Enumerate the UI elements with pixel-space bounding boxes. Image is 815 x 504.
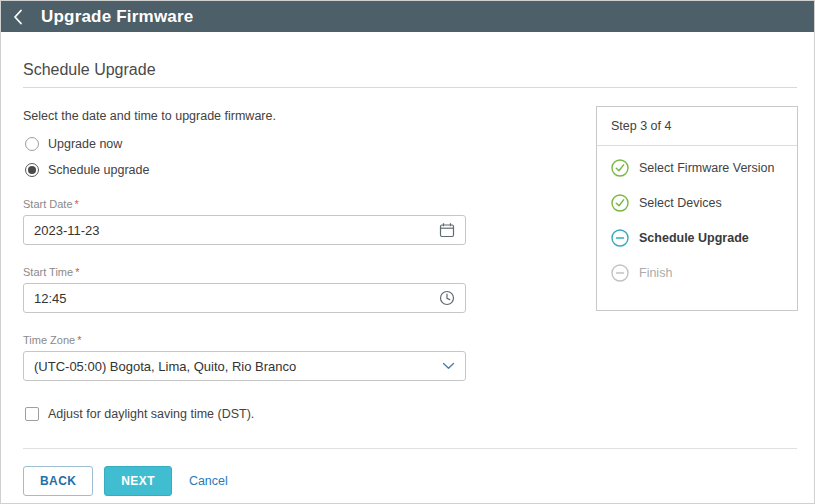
wizard-step-list: Select Firmware Version Select Devices: [597, 146, 797, 310]
clock-icon[interactable]: [439, 290, 455, 306]
step-label: Select Devices: [639, 195, 722, 212]
radio-schedule-upgrade[interactable]: Schedule upgrade: [25, 163, 149, 177]
app-header: Upgrade Firmware: [1, 1, 814, 32]
step-done-check-icon: [611, 159, 629, 181]
next-button[interactable]: NEXT: [104, 466, 172, 496]
wizard-panel: Step 3 of 4 Select Firmware Version: [596, 106, 798, 311]
radio-circle-icon: [25, 137, 39, 151]
radio-label: Schedule upgrade: [48, 163, 149, 177]
step-label: Schedule Upgrade: [639, 230, 749, 247]
back-chevron-button[interactable]: [1, 1, 35, 32]
main-content: Schedule Upgrade Select the date and tim…: [1, 32, 814, 503]
section-title: Schedule Upgrade: [23, 61, 156, 79]
page-title: Upgrade Firmware: [41, 7, 193, 27]
step-done-check-icon: [611, 194, 629, 216]
start-date-input[interactable]: 2023-11-23: [23, 215, 466, 245]
radio-circle-icon: [25, 163, 39, 177]
step-pending-dash-icon: [611, 264, 629, 286]
wizard-step-counter: Step 3 of 4: [597, 107, 797, 146]
section-divider: [23, 87, 797, 88]
back-button[interactable]: BACK: [23, 466, 93, 496]
start-time-label: Start Time*: [23, 266, 466, 278]
required-asterisk: *: [77, 334, 81, 346]
step-current-dash-icon: [611, 229, 629, 251]
start-time-field: Start Time* 12:45: [23, 266, 466, 313]
chevron-down-icon: [442, 362, 455, 370]
time-zone-value: (UTC-05:00) Bogota, Lima, Quito, Rio Bra…: [34, 359, 442, 374]
step-finish: Finish: [611, 265, 783, 286]
start-date-label: Start Date*: [23, 198, 466, 210]
time-zone-select[interactable]: (UTC-05:00) Bogota, Lima, Quito, Rio Bra…: [23, 351, 466, 381]
time-zone-label: Time Zone*: [23, 334, 466, 346]
radio-label: Upgrade now: [48, 137, 122, 151]
step-schedule-upgrade: Schedule Upgrade: [611, 230, 783, 251]
step-label: Select Firmware Version: [639, 160, 774, 177]
footer-divider: [23, 448, 797, 449]
calendar-icon[interactable]: [439, 222, 455, 238]
step-select-firmware-version: Select Firmware Version: [611, 160, 783, 181]
start-time-input[interactable]: 12:45: [23, 283, 466, 313]
start-time-value: 12:45: [34, 291, 439, 306]
chevron-left-icon: [13, 9, 23, 25]
step-select-devices: Select Devices: [611, 195, 783, 216]
checkbox-icon[interactable]: [25, 407, 39, 421]
radio-upgrade-now[interactable]: Upgrade now: [25, 137, 122, 151]
dst-checkbox-row[interactable]: Adjust for daylight saving time (DST).: [25, 407, 254, 421]
cancel-link[interactable]: Cancel: [189, 474, 228, 488]
dst-checkbox-label: Adjust for daylight saving time (DST).: [48, 407, 254, 421]
time-zone-field: Time Zone* (UTC-05:00) Bogota, Lima, Qui…: [23, 334, 466, 381]
step-label: Finish: [639, 265, 672, 282]
start-date-value: 2023-11-23: [34, 223, 439, 238]
required-asterisk: *: [75, 198, 79, 210]
start-date-field: Start Date* 2023-11-23: [23, 198, 466, 245]
intro-text: Select the date and time to upgrade firm…: [23, 109, 276, 123]
action-bar: BACK NEXT Cancel: [23, 466, 228, 496]
required-asterisk: *: [75, 266, 79, 278]
